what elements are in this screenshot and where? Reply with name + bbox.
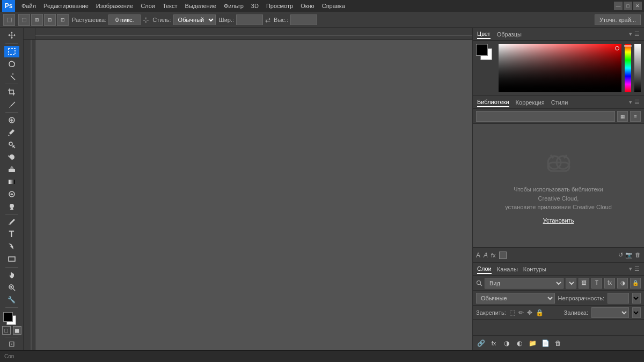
tab-layers[interactable]: Слои	[477, 264, 492, 274]
layers-shape-icon[interactable]	[499, 252, 507, 259]
layers-history-icon[interactable]: ↺	[618, 252, 623, 258]
dodge-tool[interactable]	[4, 201, 19, 212]
layers-fx-icon[interactable]: fx	[491, 252, 496, 258]
layers-snapshot-icon[interactable]: 📷	[625, 252, 633, 258]
move-tool[interactable]	[4, 30, 19, 41]
menu-edit[interactable]: Редактирование	[40, 2, 92, 10]
lock-position-icon[interactable]: ✏	[518, 309, 524, 316]
opacity-input[interactable]	[608, 293, 629, 304]
maximize-button[interactable]: □	[624, 2, 632, 10]
path-select-tool[interactable]	[4, 241, 19, 253]
tab-styles[interactable]: Стили	[551, 98, 568, 107]
layers-filter-type-select[interactable]	[566, 278, 576, 289]
delete-layer-icon[interactable]: 🗑	[553, 338, 563, 348]
collapse-icon[interactable]: ▾	[629, 31, 632, 38]
layers-type-icon[interactable]: A	[484, 252, 488, 259]
refine-edge-button[interactable]: Уточн. край...	[595, 14, 641, 25]
lasso-tool[interactable]	[4, 58, 19, 70]
subtract-selection-btn[interactable]: ⊟	[44, 14, 56, 26]
layers-trash2-icon[interactable]: 🗑	[635, 252, 641, 258]
hand-tool[interactable]	[4, 269, 19, 280]
new-layer-icon[interactable]: 📄	[540, 338, 550, 348]
layers-filter-icon-btn3[interactable]: fx	[604, 278, 615, 289]
layers-filter-icon-btn5[interactable]: 🔒	[630, 278, 641, 289]
layers-collapse-icon[interactable]: ▾	[629, 265, 632, 272]
libraries-collapse-icon[interactable]: ▾	[629, 99, 632, 106]
fg-color-box[interactable]	[476, 44, 488, 56]
menu-text[interactable]: Текст	[159, 2, 181, 10]
clone-tool[interactable]	[4, 139, 19, 151]
rectangle-select-tool[interactable]	[4, 46, 19, 57]
menu-file[interactable]: Файл	[18, 2, 39, 10]
lock-pixels-icon[interactable]: ⬚	[509, 309, 515, 316]
blur-tool[interactable]	[4, 188, 19, 200]
tab-channels[interactable]: Каналы	[497, 265, 518, 274]
layers-filter-icon-btn4[interactable]: ◑	[617, 278, 628, 289]
install-link[interactable]: Установить	[543, 217, 574, 224]
menu-3d[interactable]: 3D	[248, 2, 262, 10]
menu-view[interactable]: Просмотр	[263, 2, 296, 10]
canvas-area[interactable]	[35, 40, 472, 350]
lock-move-icon[interactable]: ✥	[527, 309, 532, 316]
type-tool[interactable]: T	[4, 229, 19, 240]
close-button[interactable]: ✕	[633, 2, 642, 10]
tab-libraries[interactable]: Библиотеки	[477, 98, 509, 107]
menu-icon[interactable]: ☰	[634, 31, 640, 38]
crop-tool[interactable]	[4, 86, 19, 98]
new-fill-icon[interactable]: ◐	[515, 338, 524, 348]
width-input[interactable]	[236, 14, 263, 25]
quick-mask-btn[interactable]: ◼	[13, 326, 21, 335]
history-brush-tool[interactable]	[4, 152, 19, 163]
layer-style-icon[interactable]: fx	[489, 338, 499, 348]
tab-paths[interactable]: Контуры	[523, 265, 546, 274]
menu-select[interactable]: Выделение	[182, 2, 219, 10]
fill-select[interactable]	[591, 307, 629, 318]
libraries-search-input[interactable]	[476, 111, 615, 122]
eyedropper-tool[interactable]	[4, 99, 19, 110]
new-group-icon[interactable]: 📁	[528, 338, 537, 348]
new-selection-btn[interactable]: ⬚	[18, 14, 30, 26]
shape-tool[interactable]	[4, 254, 19, 265]
blend-mode-select[interactable]: Обычные	[476, 293, 555, 304]
link-layers-icon[interactable]: 🔗	[476, 338, 486, 348]
lock-all-icon[interactable]: 🔒	[536, 309, 544, 316]
healing-tool[interactable]	[4, 115, 19, 126]
layers-filter-icon-btn1[interactable]: 🖼	[579, 278, 589, 289]
color-spectrum-bar[interactable]	[625, 44, 631, 92]
minimize-button[interactable]: —	[614, 2, 623, 10]
intersect-selection-btn[interactable]: ⊡	[57, 14, 69, 26]
layers-filter-select[interactable]: Вид	[485, 278, 564, 289]
brush-tool[interactable]	[4, 127, 19, 138]
menu-layers[interactable]: Слои	[137, 2, 158, 10]
feather-input[interactable]	[108, 14, 141, 25]
foreground-color-swatch[interactable]	[3, 312, 13, 322]
menu-image[interactable]: Изображение	[93, 2, 136, 10]
swap-icon[interactable]: ⇄	[265, 16, 270, 24]
tab-swatches[interactable]: Образцы	[497, 30, 522, 39]
magic-wand-tool[interactable]	[4, 71, 19, 82]
pen-tool[interactable]	[4, 217, 19, 228]
menu-window[interactable]: Окно	[297, 2, 318, 10]
style-select[interactable]: Обычный	[173, 14, 216, 25]
add-mask-icon[interactable]: ◑	[502, 338, 511, 348]
menu-filter[interactable]: Фильтр	[221, 2, 247, 10]
libraries-menu-icon[interactable]: ☰	[634, 99, 640, 106]
fill-dropdown[interactable]	[632, 307, 641, 318]
layers-text-icon[interactable]: A	[476, 252, 480, 259]
standard-mode-btn[interactable]: □	[2, 326, 11, 335]
layers-filter-icon-btn2[interactable]: T	[591, 278, 602, 289]
zoom-tool[interactable]	[4, 282, 19, 293]
height-input[interactable]	[290, 14, 317, 25]
tool-options-icon[interactable]: ⬚	[3, 14, 15, 26]
screen-mode-btn[interactable]: ⊡	[9, 339, 15, 348]
layers-menu-icon[interactable]: ☰	[634, 265, 640, 272]
tab-color[interactable]: Цвет	[477, 29, 491, 39]
add-selection-btn[interactable]: ⊞	[31, 14, 43, 26]
tab-correction[interactable]: Коррекция	[516, 98, 545, 107]
gradient-tool[interactable]	[4, 176, 19, 187]
libraries-list-view-btn[interactable]: ≡	[630, 111, 641, 122]
color-picker-gradient[interactable]	[499, 44, 621, 92]
libraries-grid-view-btn[interactable]: ▦	[617, 111, 628, 122]
extra-tool[interactable]: 🔧	[4, 294, 19, 305]
opacity-dropdown[interactable]	[632, 293, 641, 304]
